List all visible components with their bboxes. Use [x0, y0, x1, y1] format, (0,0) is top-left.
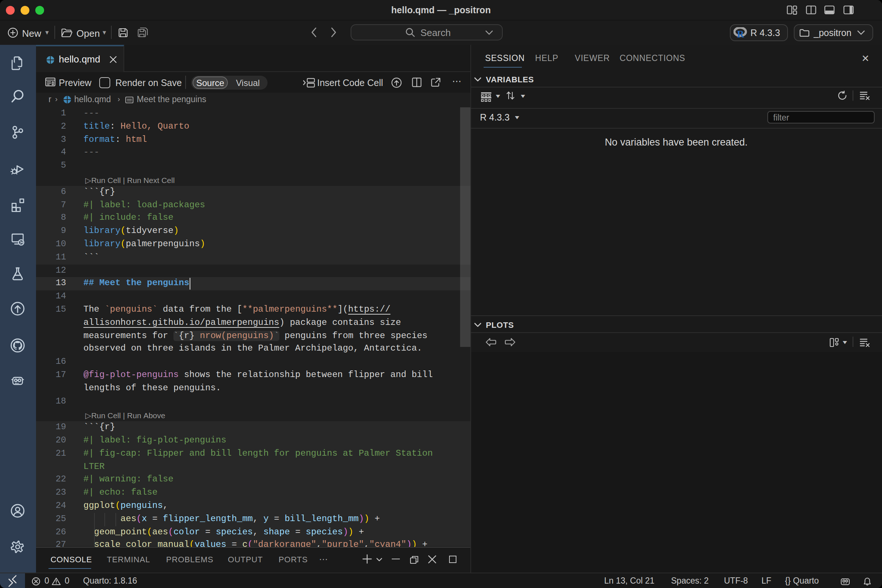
svg-text:R: R	[737, 28, 744, 38]
